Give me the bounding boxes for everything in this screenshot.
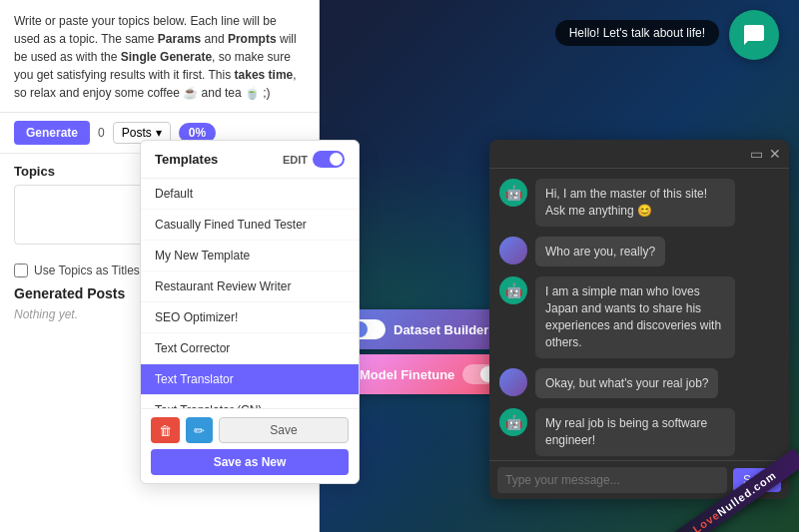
- chat-message-m3: 🤖I am a simple man who loves Japan and w…: [499, 276, 779, 357]
- edit-toggle-switch[interactable]: [313, 151, 345, 168]
- chat-message-m2: Who are you, really?: [499, 237, 779, 267]
- template-item-text-translator[interactable]: Text Translator: [141, 364, 359, 395]
- bot-avatar: 🤖: [499, 276, 527, 304]
- save-new-template-button[interactable]: Save as New: [151, 449, 349, 475]
- chat-message-m1: 🤖Hi, I am the master of this site! Ask m…: [499, 179, 779, 227]
- bot-bubble: I am a simple man who loves Japan and wa…: [535, 276, 735, 357]
- chat-window: ▭ ✕ 🤖Hi, I am the master of this site! A…: [489, 140, 789, 499]
- user-avatar: [499, 368, 527, 396]
- user-bubble: Who are you, really?: [535, 237, 665, 267]
- templates-title: Templates: [155, 152, 218, 167]
- posts-count: 0: [98, 126, 105, 140]
- template-item-seo[interactable]: SEO Optimizer!: [141, 302, 359, 333]
- bot-avatar: 🤖: [499, 179, 527, 207]
- chat-bubble-icon[interactable]: [729, 10, 779, 60]
- model-label: Model Finetune: [360, 367, 454, 382]
- chat-icon: [742, 23, 766, 47]
- use-topics-checkbox[interactable]: [14, 264, 28, 277]
- minimize-icon[interactable]: ▭: [750, 146, 763, 162]
- chat-message-m5: 🤖My real job is being a software enginee…: [499, 408, 779, 456]
- bot-bubble: My real job is being a software engineer…: [535, 408, 735, 456]
- template-item-casually[interactable]: Casually Fined Tuned Tester: [141, 210, 359, 241]
- user-avatar: [499, 237, 527, 265]
- user-bubble: Okay, but what's your real job?: [535, 368, 718, 399]
- template-list: DefaultCasually Fined Tuned TesterMy New…: [141, 179, 359, 408]
- templates-footer: 🗑 ✏ Save Save as New: [141, 408, 359, 483]
- checkbox-label: Use Topics as Titles: [34, 264, 140, 277]
- posts-label: Posts: [122, 126, 152, 140]
- templates-header: Templates EDIT: [141, 141, 359, 179]
- close-chat-icon[interactable]: ✕: [769, 146, 781, 162]
- save-template-button[interactable]: Save: [219, 417, 349, 443]
- chat-messages: 🤖Hi, I am the master of this site! Ask m…: [489, 169, 789, 460]
- chat-header: ▭ ✕: [489, 140, 789, 169]
- instruction-box: Write or paste your topics below. Each l…: [0, 0, 319, 113]
- templates-panel: Templates EDIT DefaultCasually Fined Tun…: [140, 140, 360, 484]
- generate-button[interactable]: Generate: [14, 121, 90, 145]
- edit-template-button[interactable]: ✏: [186, 417, 213, 443]
- footer-buttons-row: 🗑 ✏ Save: [151, 417, 349, 443]
- template-item-default[interactable]: Default: [141, 179, 359, 210]
- dataset-label: Dataset Builder: [394, 322, 488, 337]
- chat-bubble-tooltip: Hello! Let's talk about life!: [555, 20, 719, 46]
- template-item-restaurant[interactable]: Restaurant Review Writer: [141, 271, 359, 302]
- edit-toggle[interactable]: EDIT: [283, 151, 345, 168]
- template-item-text-corrector[interactable]: Text Corrector: [141, 333, 359, 364]
- chat-input[interactable]: [497, 467, 727, 493]
- delete-template-button[interactable]: 🗑: [151, 417, 180, 443]
- template-item-text-translator-cn[interactable]: Text Translator (CN): [141, 395, 359, 408]
- bot-avatar: 🤖: [499, 408, 527, 436]
- dropdown-arrow-icon: ▾: [156, 126, 162, 140]
- chat-message-m4: Okay, but what's your real job?: [499, 368, 779, 399]
- template-item-my-new[interactable]: My New Template: [141, 241, 359, 271]
- edit-label: EDIT: [283, 154, 308, 166]
- bot-bubble: Hi, I am the master of this site! Ask me…: [535, 179, 735, 227]
